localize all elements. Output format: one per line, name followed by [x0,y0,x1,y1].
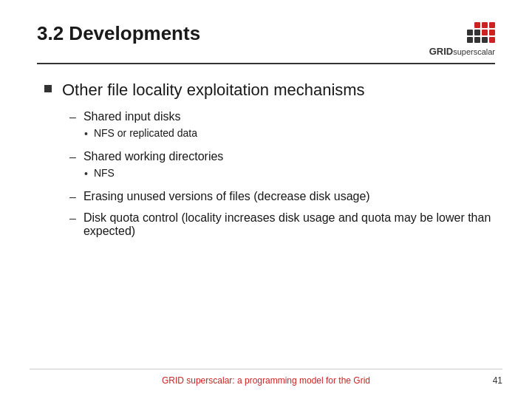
dot [489,30,495,35]
dot [482,30,488,35]
dash-icon: – [69,111,76,124]
footer-text: GRID superscalar: a programming model fo… [30,375,502,386]
logo-dots [467,22,495,43]
sub-sub-item: • NFS or replicated data [84,127,197,140]
sub-item-shared-input-disks: – Shared input disks • NFS or replicated… [69,110,495,143]
dot [482,37,488,43]
dot [467,30,473,35]
logo-text: GRIDsuperscalar [429,46,495,57]
logo-superscalar: superscalar [453,47,495,56]
sub-item-label: Shared working directories [83,150,223,163]
sub-sub-text: NFS or replicated data [94,127,197,139]
dot [489,37,495,43]
sub-sub-text: NFS [94,167,115,179]
bullet-square-icon [44,85,52,92]
dot [467,37,473,43]
main-bullet: Other file locality exploitation mechani… [44,81,495,100]
dash-icon: – [69,191,76,204]
dot [482,22,488,28]
sub-sub-items-1: • NFS [69,167,223,183]
slide-footer: GRID superscalar: a programming model fo… [30,369,502,386]
dot [467,22,473,28]
sub-items-list: – Shared input disks • NFS or replicated… [44,110,495,238]
dot [489,22,495,28]
slide-title: 3.2 Developments [37,22,200,45]
main-bullet-text: Other file locality exploitation mechani… [62,81,365,100]
slide: 3.2 Developments GRIDsuperscala [0,0,532,399]
slide-content: Other file locality exploitation mechani… [37,81,495,238]
bullet-dot-icon: • [84,128,88,140]
dot [474,22,480,28]
dash-icon: – [69,212,76,225]
logo-area: GRIDsuperscalar [429,22,495,57]
sub-item-shared-working-dirs: – Shared working directories • NFS [69,150,495,183]
sub-item-label: Shared input disks [83,110,181,123]
sub-sub-item: • NFS [84,167,223,180]
sub-sub-items-0: • NFS or replicated data [69,127,197,143]
dash-icon: – [69,151,76,164]
sub-item-label: Erasing unused versions of files (decrea… [83,190,370,203]
sub-item-label: Disk quota control (locality increases d… [83,211,495,238]
dot [474,30,480,35]
sub-item-disk-quota: – Disk quota control (locality increases… [69,211,495,238]
slide-header: 3.2 Developments GRIDsuperscala [37,22,495,64]
page-number: 41 [493,375,502,386]
dot [474,37,480,43]
sub-item-erasing-unused: – Erasing unused versions of files (decr… [69,190,495,204]
logo-grid-word: GRID [429,46,454,57]
bullet-dot-icon: • [84,168,88,180]
